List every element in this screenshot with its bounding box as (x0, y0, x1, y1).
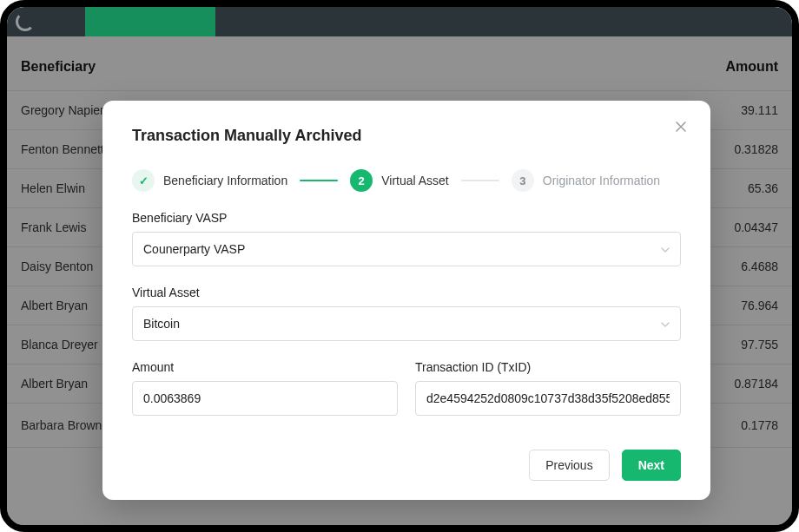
top-bar (7, 7, 792, 36)
step-line-2 (461, 180, 499, 181)
txid-input[interactable] (426, 382, 670, 415)
step-1[interactable]: ✓ Beneficiary Information (132, 169, 287, 192)
amount-input-wrap (132, 381, 398, 416)
amount-input[interactable] (143, 382, 386, 415)
step-3-number: 3 (512, 169, 534, 192)
step-2[interactable]: 2 Virtual Asset (350, 169, 449, 192)
step-3[interactable]: 3 Originator Information (512, 169, 660, 192)
asset-select[interactable]: Bitcoin (132, 306, 681, 341)
asset-label: Virtual Asset (132, 286, 681, 299)
modal-title: Transaction Manually Archived (132, 127, 681, 145)
step-2-label: Virtual Asset (381, 174, 449, 187)
txid-input-wrap (415, 381, 681, 416)
step-3-label: Originator Information (543, 174, 660, 187)
vasp-value: Counerparty VASP (143, 242, 245, 256)
step-2-number: 2 (350, 169, 373, 192)
logo-slot (7, 7, 50, 36)
txid-group: Transaction ID (TxID) (415, 360, 681, 416)
step-1-label: Beneficiary Information (163, 174, 287, 187)
txid-label: Transaction ID (TxID) (415, 360, 681, 374)
content-area: Beneficiary Amount Gregory Napier39.111F… (7, 36, 792, 525)
amount-group: Amount (132, 360, 398, 416)
amount-txid-row: Amount Transaction ID (TxID) (132, 360, 681, 416)
asset-value: Bitcoin (143, 317, 180, 331)
active-nav-block[interactable] (85, 7, 215, 36)
stepper: ✓ Beneficiary Information 2 Virtual Asse… (132, 169, 681, 192)
next-button[interactable]: Next (622, 450, 681, 481)
vasp-label: Beneficiary VASP (132, 211, 681, 225)
asset-group: Virtual Asset Bitcoin (132, 286, 681, 341)
close-icon[interactable] (674, 120, 688, 137)
amount-label: Amount (132, 360, 398, 374)
vasp-group: Beneficiary VASP Counerparty VASP (132, 211, 681, 266)
chevron-down-icon (661, 243, 670, 255)
check-icon: ✓ (132, 169, 155, 192)
step-line-1 (300, 180, 338, 181)
app-window: Beneficiary Amount Gregory Napier39.111F… (0, 0, 799, 532)
spinner-icon (16, 12, 35, 31)
previous-button[interactable]: Previous (529, 450, 609, 481)
modal-footer: Previous Next (529, 450, 681, 481)
chevron-down-icon (661, 318, 670, 330)
archive-transaction-modal: Transaction Manually Archived ✓ Benefici… (102, 101, 710, 500)
vasp-select[interactable]: Counerparty VASP (132, 232, 681, 266)
